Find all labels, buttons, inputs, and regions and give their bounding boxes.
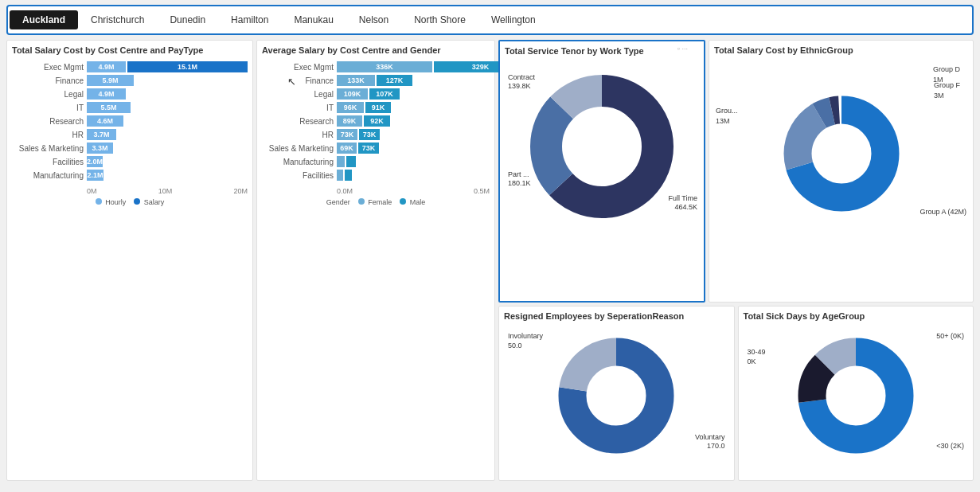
table-row: Sales & Marketing 69K 73K [262, 143, 490, 154]
main-content: Total Salary Cost by Cost Centre and Pay… [0, 40, 980, 487]
table-row: HR 3.7M [12, 129, 248, 140]
table-row: Legal 109K 107K [262, 88, 490, 100]
bar-container: 5.5M [87, 102, 248, 113]
hourly-bar: 2.1M [87, 170, 103, 181]
bar-label: Finance [262, 76, 334, 85]
resigned-svg [549, 328, 684, 455]
legend-item-male: Male [400, 198, 425, 206]
ethnic-svg [778, 74, 905, 217]
legend-dot-hourly [96, 198, 102, 205]
male-bar: 73K [358, 143, 379, 154]
female-bar: 133K [337, 75, 375, 86]
axis-labels: 0M 10M 20M [12, 187, 248, 195]
legend-item-female: Female [358, 198, 392, 206]
legend-item-hourly: Hourly [96, 198, 127, 206]
legend-item-salary: Salary [134, 198, 164, 206]
resigned-chart: Involuntary50.0 Voluntary170.0 [504, 324, 729, 459]
bar-container: 5.9M [87, 75, 248, 86]
nav-tab-nelson[interactable]: Nelson [346, 10, 401, 29]
male-bar: 127K [377, 75, 412, 86]
svg-point-15 [828, 368, 884, 424]
group-f-label: Group F3M [934, 80, 960, 100]
salary-cost-legend: Hourly Salary [12, 198, 248, 206]
table-row: Facilities [262, 170, 490, 181]
male-bar [346, 156, 356, 167]
nav-tab-northshore[interactable]: North Shore [401, 10, 478, 29]
service-tenor-svg [522, 67, 681, 226]
bar-label: IT [12, 103, 84, 112]
male-bar: 73K [359, 129, 380, 140]
nav-tab-dunedin[interactable]: Dunedin [157, 10, 218, 29]
bar-label: Finance [12, 76, 84, 85]
bar-container [337, 156, 490, 167]
salary-bar: 15.1M [127, 61, 248, 72]
resigned-panel: Resigned Employees by SeperationReason I… [498, 306, 735, 481]
bar-container: 4.6M [87, 115, 248, 127]
bar-container: 4.9M [87, 88, 248, 100]
service-tenor-panel: ▫ ··· Total Service Tenor by Work Type [498, 40, 705, 303]
age-under-30-label: <30 (2K) [936, 442, 964, 451]
bar-label: Facilities [12, 158, 84, 166]
nav-tab-auckland[interactable]: Auckland [10, 10, 78, 29]
female-bar: 73K [337, 129, 357, 140]
table-row: Finance 133K 127K [262, 75, 490, 86]
bar-label: Legal [262, 90, 334, 99]
group-a-label: Group A (42M) [919, 207, 966, 217]
service-tenor-chart: Contract139.8K Full Time464.5K Part ...1… [505, 59, 699, 234]
bar-container: 2.0M [87, 156, 248, 167]
bar-container: 109K 107K [337, 88, 490, 100]
table-row: Exec Mgmt 336K 329K [262, 61, 490, 72]
bar-label: HR [12, 131, 84, 139]
nav-tab-christchurch[interactable]: Christchurch [78, 10, 157, 29]
table-row: IT 5.5M [12, 102, 248, 113]
nav-tab-wellington[interactable]: Wellington [478, 10, 549, 29]
bar-label: Research [262, 117, 334, 126]
table-row: Manufacturing [262, 156, 490, 167]
sick-days-title: Total Sick Days by AgeGroup [744, 311, 969, 321]
parttime-label: Part ...180.1K [508, 170, 531, 188]
bar-label: Manufacturing [12, 171, 84, 180]
bar-label: Manufacturing [262, 158, 334, 166]
bar-container: 3.3M [87, 143, 248, 154]
female-bar: 89K [337, 115, 362, 127]
svg-point-11 [588, 368, 644, 424]
right-top: ▫ ··· Total Service Tenor by Work Type [498, 40, 974, 303]
right-section: ▫ ··· Total Service Tenor by Work Type [498, 40, 974, 481]
panel-controls: ▫ ··· [677, 45, 688, 53]
bar-label: Exec Mgmt [262, 63, 334, 72]
female-bar: 69K [337, 143, 357, 154]
right-bottom: Resigned Employees by SeperationReason I… [498, 306, 974, 481]
hourly-bar: 3.3M [87, 143, 113, 154]
table-row: Research 4.6M [12, 115, 248, 127]
table-row: Research 89K 92K [262, 115, 490, 127]
legend-label-hourly: Hourly [105, 198, 126, 206]
nav-tab-hamilton[interactable]: Hamilton [218, 10, 281, 29]
table-row: Sales & Marketing 3.3M [12, 143, 248, 154]
female-bar: 109K [337, 88, 368, 100]
bar-container: 96K 91K [337, 102, 490, 113]
bar-label: Sales & Marketing [12, 144, 84, 153]
hourly-bar: 3.7M [87, 129, 116, 140]
female-bar [337, 156, 345, 167]
bar-container: 3.7M [87, 129, 248, 140]
fulltime-label: Full Time464.5K [668, 194, 697, 212]
table-row: Exec Mgmt 4.9M 15.1M [12, 61, 248, 72]
resigned-title: Resigned Employees by SeperationReason [504, 311, 729, 321]
salary-cost-chart: Exec Mgmt 4.9M 15.1M Finance 5.9M Legal … [12, 58, 248, 184]
table-row: Finance 5.9M [12, 75, 248, 86]
legend-label-male: Male [410, 198, 426, 206]
bar-label: Legal [12, 90, 84, 99]
axis-label: 10M [158, 187, 173, 195]
svg-point-8 [814, 126, 869, 182]
legend-label-salary: Salary [144, 198, 165, 206]
legend-label: Gender [326, 198, 350, 206]
male-bar: 91K [365, 102, 391, 113]
group-grou-label: Grou...13M [716, 106, 738, 126]
age-30-49-label: 30-490K [748, 348, 766, 366]
bar-label: Research [12, 117, 84, 126]
avg-salary-legend: Gender Female Male [262, 198, 490, 206]
nav-tab-manukau[interactable]: Manukau [281, 10, 346, 29]
female-bar [337, 170, 343, 181]
axis-label: 0.5M [474, 187, 490, 195]
contract-label: Contract139.8K [508, 73, 535, 91]
